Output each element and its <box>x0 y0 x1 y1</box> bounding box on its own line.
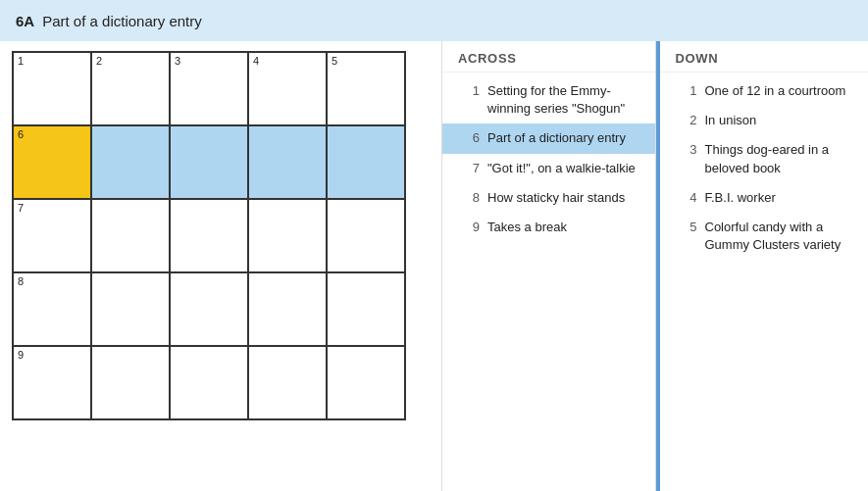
grid-cell[interactable] <box>249 126 328 200</box>
across-clue-item[interactable]: 7"Got it!", on a walkie-talkie <box>442 154 655 183</box>
across-panel: ACROSS 1Setting for the Emmy-winning ser… <box>442 41 655 491</box>
clue-number: 4 <box>676 189 697 207</box>
grid-cell[interactable]: 1 <box>14 53 92 126</box>
clue-text: Takes a break <box>487 219 639 236</box>
down-clue-item[interactable]: 4F.B.I. worker <box>660 183 869 213</box>
cell-number: 7 <box>18 203 24 214</box>
grid-cell[interactable] <box>92 200 171 273</box>
main-area: 123456789 ACROSS 1Setting for the Emmy-w… <box>0 41 868 491</box>
cell-number: 8 <box>18 276 24 287</box>
clue-number: 7 <box>458 160 480 177</box>
grid-cell[interactable] <box>92 347 171 420</box>
grid-cell[interactable]: 9 <box>14 347 92 420</box>
across-clue-item[interactable]: 8How staticky hair stands <box>442 183 655 213</box>
grid-cell[interactable]: 4 <box>249 53 328 126</box>
cell-number: 1 <box>18 56 24 67</box>
grid-cell[interactable] <box>249 200 328 273</box>
grid-cell[interactable]: 2 <box>92 53 171 126</box>
grid-cell[interactable] <box>171 126 249 200</box>
down-clue-item[interactable]: 1One of 12 in a courtroom <box>660 76 869 106</box>
clue-text: In unison <box>705 112 853 129</box>
grid-section: 123456789 <box>0 41 441 491</box>
clue-header: 6A Part of a dictionary entry <box>0 0 868 41</box>
grid-cell[interactable] <box>92 273 171 347</box>
clue-number: 5 <box>676 219 697 236</box>
crossword-grid: 123456789 <box>12 51 406 420</box>
grid-cell[interactable] <box>249 347 328 420</box>
clue-number: 9 <box>458 219 480 236</box>
clue-panels: ACROSS 1Setting for the Emmy-winning ser… <box>441 41 868 491</box>
clue-text: How staticky hair stands <box>487 189 639 207</box>
clue-number: 2 <box>676 112 697 129</box>
across-clue-list[interactable]: 1Setting for the Emmy-winning series "Sh… <box>442 73 655 491</box>
clue-header-text: Part of a dictionary entry <box>42 13 202 29</box>
clue-text: Colorful candy with a Gummy Clusters var… <box>705 219 853 254</box>
clue-text: F.B.I. worker <box>705 189 853 207</box>
down-clue-item[interactable]: 3Things dog-eared in a beloved book <box>660 135 869 182</box>
across-clue-item[interactable]: 6Part of a dictionary entry <box>442 123 655 153</box>
grid-cell[interactable]: 8 <box>14 273 92 347</box>
grid-cell[interactable] <box>249 273 328 347</box>
grid-cell[interactable]: 5 <box>328 53 406 126</box>
cell-number: 6 <box>18 129 24 140</box>
clue-number: 8 <box>458 189 480 207</box>
grid-cell[interactable] <box>171 200 249 273</box>
grid-cell[interactable] <box>328 273 406 347</box>
grid-cell[interactable] <box>171 347 249 420</box>
cell-number: 4 <box>253 56 259 67</box>
clue-number: 3 <box>676 141 697 159</box>
clue-text: One of 12 in a courtroom <box>705 82 853 100</box>
down-header: DOWN <box>660 41 869 73</box>
down-clue-item[interactable]: 2In unison <box>660 106 869 135</box>
down-clue-item[interactable]: 5Colorful candy with a Gummy Clusters va… <box>660 213 869 260</box>
cell-number: 3 <box>175 56 180 67</box>
grid-cell[interactable] <box>171 273 249 347</box>
across-clue-item[interactable]: 9Takes a break <box>442 213 655 242</box>
clue-text: Setting for the Emmy-winning series "Sho… <box>487 82 639 118</box>
grid-cell[interactable] <box>328 347 406 420</box>
down-clue-list[interactable]: 1One of 12 in a courtroom2In unison3Thin… <box>660 73 869 491</box>
cell-number: 9 <box>18 350 24 361</box>
cell-number: 2 <box>96 56 102 67</box>
grid-cell[interactable]: 6 <box>14 126 92 200</box>
clue-text: "Got it!", on a walkie-talkie <box>487 160 639 177</box>
clue-number: 1 <box>458 82 480 100</box>
grid-cell[interactable] <box>92 126 171 200</box>
grid-cell[interactable] <box>328 126 406 200</box>
clue-number: 1 <box>676 82 697 100</box>
clue-text: Part of a dictionary entry <box>487 129 639 147</box>
clue-header-number: 6A <box>16 13 34 29</box>
cell-number: 5 <box>332 56 337 67</box>
grid-cell[interactable]: 3 <box>171 53 249 126</box>
clue-number: 6 <box>458 129 480 147</box>
across-header: ACROSS <box>442 41 655 73</box>
across-clue-item[interactable]: 1Setting for the Emmy-winning series "Sh… <box>442 76 655 123</box>
grid-cell[interactable] <box>328 200 406 273</box>
grid-cell[interactable]: 7 <box>14 200 92 273</box>
clue-text: Things dog-eared in a beloved book <box>705 141 853 176</box>
down-panel: DOWN 1One of 12 in a courtroom2In unison… <box>655 41 869 491</box>
